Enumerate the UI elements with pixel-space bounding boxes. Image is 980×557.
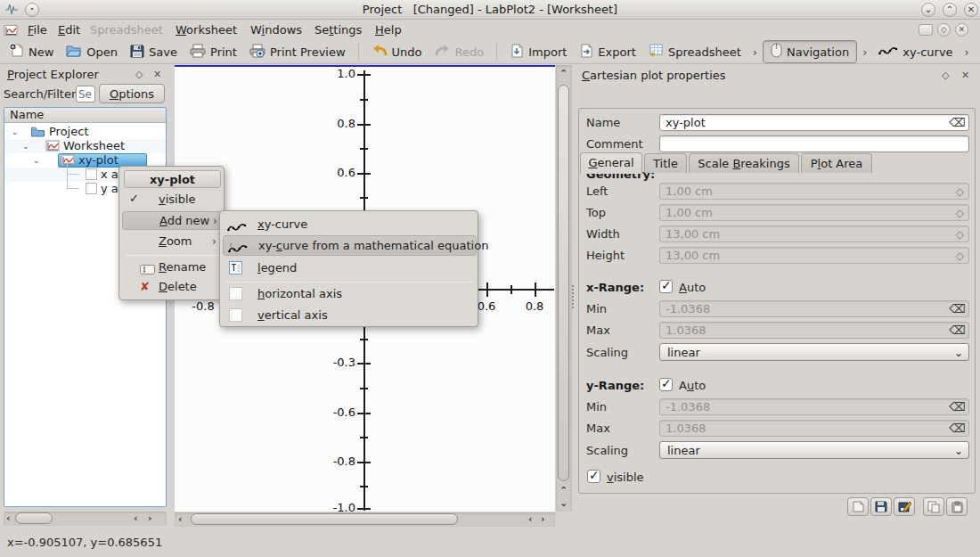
menu-help[interactable]: Help [367,20,410,40]
menuitem-label: vertical axis [257,306,328,325]
menuitem-legend[interactable]: legend [220,258,479,278]
x-tick-label: 0.8 [517,299,552,313]
copy-button[interactable] [923,497,944,516]
menuitem-label: legend [257,258,297,278]
menu-settings[interactable]: Settings [306,20,370,40]
menuitem-xy-curve-equation[interactable]: xy-curve from a mathematical equation [223,235,477,256]
menuitem-delete[interactable]: ✘ Delete [119,278,225,297]
float-dock-icon[interactable]: ◇ [135,69,143,81]
scroll-right-icon[interactable]: › [541,514,545,525]
toolbar-chevron-icon[interactable]: › [753,45,757,59]
worksheet-vscrollbar[interactable]: ⌃ ⌃ ⌄ [556,65,572,512]
y-minor-tick [360,388,368,389]
maximize-button[interactable]: ⌃ [943,3,957,17]
spreadsheet-button[interactable]: Spreadsheet [642,41,747,63]
properties-dock: Cartesian plot properties ◇ ✕ General Ti… [575,64,980,528]
search-input[interactable] [76,86,95,102]
scrollbar-thumb[interactable] [558,85,569,481]
float-dock-icon[interactable]: ◇ [942,70,949,82]
save-as-button[interactable] [894,497,915,516]
axis-icon [86,183,97,197]
tree-row-worksheet[interactable]: ⌄ Worksheet [4,139,166,153]
menuitem-rename[interactable]: Rename [119,258,225,277]
y-tick [357,363,371,365]
print-preview-button[interactable]: Print Preview [243,41,352,63]
scroll-down-icon[interactable]: ⌄ [559,498,568,509]
close-button[interactable]: ✕ [964,3,978,17]
scroll-left-icon[interactable]: ‹ [6,513,11,524]
menuitem-visible[interactable]: ✓ visible [119,191,225,209]
tree-header-name[interactable]: Name [4,108,166,123]
expander-icon[interactable]: ⌄ [12,126,19,139]
tree-row-project[interactable]: ⌄ Project [4,125,166,139]
print-icon [190,44,206,61]
close-dock-icon[interactable]: ✕ [153,69,161,81]
xy-curve-button[interactable]: xy-curve [872,43,959,61]
menuitem-zoom[interactable]: Zoom › [119,233,225,251]
y-tick-label: 1.0 [320,67,355,80]
menubar: File Edit Spreadsheet Worksheet Windows … [0,20,980,40]
menuitem-vertical-axis[interactable]: vertical axis [220,306,479,325]
menu-worksheet[interactable]: Worksheet [167,20,245,40]
expander-icon[interactable]: ⌄ [33,154,40,168]
export-button[interactable]: Export [573,41,642,63]
explorer-hscrollbar[interactable]: ‹ ‹ › [4,512,167,526]
menuitem-label: Rename [159,258,206,276]
scroll-up-icon[interactable]: ⌃ [559,486,568,496]
scroll-left-icon[interactable]: ‹ [528,514,533,525]
context-menu-xy-plot: xy-plot ✓ visible Add new › Zoom › Renam… [118,166,225,300]
tree-item-label: Worksheet [63,139,125,152]
y-minor-tick [360,99,368,101]
menuitem-horizontal-axis[interactable]: horizontal axis [220,284,479,304]
dock-splitter-handle[interactable] [572,285,574,308]
save-template-button[interactable] [870,497,892,516]
navigation-label: Navigation [787,45,849,59]
scrollbar-thumb[interactable] [191,513,458,525]
tab-general[interactable]: General [580,152,642,174]
y-tick-label: -0.6 [320,405,355,419]
save-edit-icon [898,501,911,513]
print-button[interactable]: Print [184,41,243,63]
copy-icon [927,501,940,513]
scrollbar-thumb[interactable] [15,512,53,524]
menu-separator [125,255,220,256]
minimize-button[interactable]: ⌄ [921,3,935,17]
worksheet-hscrollbar[interactable]: ‹ ‹ › [175,512,555,527]
export-icon [579,44,593,61]
worksheet-top-border [175,65,555,67]
print-label: Print [210,45,237,59]
app-icon [4,3,19,21]
toolbar-separator [496,44,497,60]
open-button[interactable]: Open [60,41,124,63]
cursor-coordinates: x=-0.905107, y=0.685651 [7,536,162,549]
save-label: Save [149,45,177,59]
scroll-left-icon[interactable]: ‹ [178,514,183,525]
window-title: Project [Changed] - LabPlot2 - [Workshee… [363,3,617,16]
y-tick [357,413,371,414]
save-button[interactable]: Save [124,41,184,63]
new-button[interactable]: New [3,40,60,63]
menu-windows[interactable]: Windows [242,20,310,40]
search-filter-label: Search/Filter: [4,87,79,101]
paste-button[interactable] [946,497,968,516]
mdi-restore-button[interactable]: ◇ [937,23,951,37]
mdi-minimize-button[interactable] [919,24,933,36]
scroll-left-icon[interactable]: ‹ [134,513,138,524]
options-button[interactable]: Options [99,84,165,103]
load-template-button[interactable] [847,497,869,516]
menuitem-xy-curve[interactable]: xy-curve [220,215,479,234]
y-tick-label: 0.8 [320,117,355,130]
menuitem-add-new[interactable]: Add new › [122,211,223,230]
tree-branch-line [67,175,79,189]
expander-icon[interactable]: ⌄ [22,140,29,153]
undo-button[interactable]: Undo [365,41,429,62]
toolbar-chevron-icon[interactable]: › [862,45,867,59]
import-button[interactable]: Import [503,41,573,63]
scroll-up-icon[interactable]: ⌃ [559,69,568,79]
mdi-close-button[interactable]: ✕ [955,23,968,37]
scroll-right-icon[interactable]: › [148,513,152,524]
titlebar-menu-button[interactable]: · [25,3,39,17]
toolbar-chevron-icon[interactable]: › [965,45,969,59]
navigation-button[interactable]: Navigation [763,40,857,63]
close-dock-icon[interactable]: ✕ [961,70,969,82]
